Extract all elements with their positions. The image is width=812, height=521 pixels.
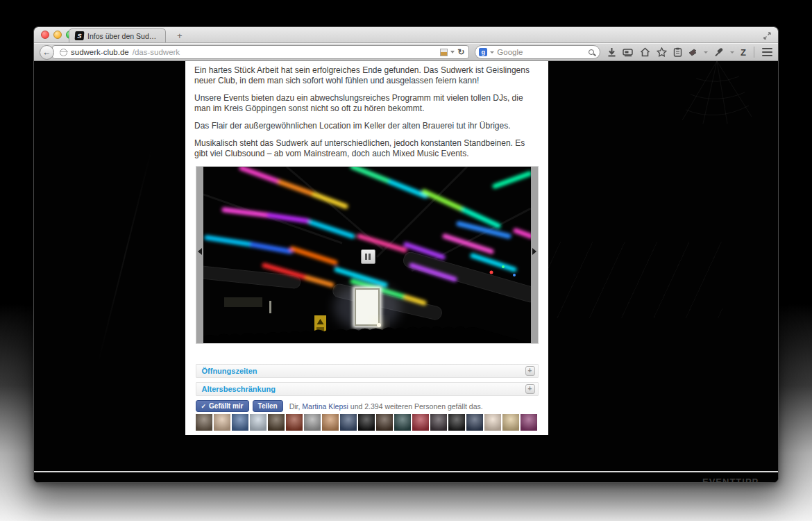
friend-avatar[interactable] <box>232 414 248 431</box>
scratch-texture <box>97 148 152 364</box>
browser-tab[interactable]: S Infos über den Sudwerk Cl... <box>69 28 166 42</box>
clipboard-icon[interactable] <box>673 47 682 57</box>
search-input[interactable]: g Google <box>475 45 600 59</box>
eyedropper-dropdown-icon[interactable] <box>730 51 734 53</box>
facepile <box>196 414 539 431</box>
paragraph: Ein hartes Stück Arbeit hat sein erfolgr… <box>194 65 539 86</box>
friend-avatar[interactable] <box>340 414 357 431</box>
addon-icon[interactable] <box>688 48 697 56</box>
carousel-next-icon[interactable] <box>532 248 536 255</box>
search-engine-dropdown-icon[interactable] <box>490 51 494 53</box>
titlebar: S Infos über den Sudwerk Cl... + <box>34 27 778 43</box>
friend-avatar[interactable] <box>521 414 537 431</box>
fullscreen-icon[interactable] <box>763 31 772 40</box>
reload-button[interactable]: ↻ <box>457 47 464 57</box>
friend-avatar[interactable] <box>394 414 411 431</box>
friend-avatar[interactable] <box>196 414 212 431</box>
search-icon[interactable] <box>589 49 594 55</box>
friend-avatar[interactable] <box>286 414 303 431</box>
accordion-opening-hours[interactable]: Öffnungszeiten + <box>196 364 539 378</box>
video-download-icon[interactable] <box>623 48 634 57</box>
liker-name-link[interactable]: Martina Klepsi <box>302 402 348 411</box>
paragraph: Unsere Events bieten dazu ein abwechslun… <box>194 93 539 114</box>
paragraph: Musikalisch steht das Sudwerk auf unters… <box>194 138 539 159</box>
downloads-icon[interactable] <box>607 47 616 57</box>
facebook-like-status: Dir, Martina Klepsi und 2.394 weiteren P… <box>289 402 483 411</box>
site-favicon-icon: S <box>75 31 85 40</box>
page-viewport: Ein hartes Stück Arbeit hat sein erfolgr… <box>34 61 778 482</box>
footer-divider <box>34 471 778 472</box>
navigation-toolbar: ← sudwerk-club.de /das-sudwerk ↻ g Googl… <box>34 43 778 61</box>
friend-avatar[interactable] <box>304 414 321 431</box>
friend-avatar[interactable] <box>214 414 230 431</box>
zotero-icon[interactable]: Z <box>741 47 746 58</box>
content-column: Ein hartes Stück Arbeit hat sein erfolgr… <box>185 61 548 435</box>
back-button[interactable]: ← <box>40 45 54 60</box>
accordion-label: Altersbeschränkung <box>202 385 276 393</box>
friend-avatar[interactable] <box>268 414 285 431</box>
accordion: Öffnungszeiten + Altersbeschränkung + <box>196 364 539 396</box>
minimize-window-button[interactable] <box>53 31 62 39</box>
friend-avatar[interactable] <box>430 414 447 431</box>
eyedropper-icon[interactable] <box>714 48 724 57</box>
friend-avatar[interactable] <box>448 414 465 431</box>
accordion-age-restriction[interactable]: Altersbeschränkung + <box>196 382 539 396</box>
globe-icon <box>60 49 67 56</box>
page-action-icon[interactable] <box>440 49 448 56</box>
home-icon[interactable] <box>640 47 650 57</box>
carousel-prev-icon[interactable] <box>198 248 202 255</box>
bookmark-star-icon[interactable] <box>657 47 667 57</box>
google-icon: g <box>479 48 487 56</box>
friend-avatar[interactable] <box>412 414 429 431</box>
new-tab-button[interactable]: + <box>173 31 187 41</box>
photo-carousel <box>196 166 539 344</box>
facebook-share-button[interactable]: Teilen <box>253 400 283 412</box>
url-bar[interactable]: sudwerk-club.de /das-sudwerk ↻ <box>52 45 469 59</box>
search-placeholder: Google <box>497 48 523 56</box>
addon-dropdown-icon[interactable] <box>704 51 708 53</box>
facebook-widget: ✓ Gefällt mir Teilen Dir, Martina Klepsi… <box>196 400 539 412</box>
expand-plus-icon[interactable]: + <box>525 384 535 394</box>
friend-avatar[interactable] <box>322 414 339 431</box>
friend-avatar[interactable] <box>250 414 267 431</box>
toolbar-divider <box>754 47 754 58</box>
browser-window: S Infos über den Sudwerk Cl... + ← sudwe… <box>33 26 779 483</box>
friend-avatar[interactable] <box>358 414 375 431</box>
footer-text: EVENTTIPP <box>702 477 759 482</box>
slideshow-pause-button[interactable] <box>361 249 375 264</box>
url-dropdown-icon[interactable] <box>450 51 455 53</box>
cobweb-texture <box>675 61 759 124</box>
friend-avatar[interactable] <box>502 414 519 431</box>
close-window-button[interactable] <box>41 31 49 39</box>
check-icon: ✓ <box>201 403 207 410</box>
menu-icon[interactable] <box>762 47 772 58</box>
facebook-like-button[interactable]: ✓ Gefällt mir <box>196 400 249 412</box>
friend-avatar[interactable] <box>466 414 483 431</box>
url-path: /das-sudwerk <box>133 48 180 56</box>
paragraph: Das Flair der außergewöhnlichen Location… <box>194 121 539 131</box>
friend-avatar[interactable] <box>376 414 393 431</box>
expand-plus-icon[interactable]: + <box>525 366 535 376</box>
friend-avatar[interactable] <box>484 414 501 431</box>
tab-title: Infos über den Sudwerk Cl... <box>87 32 160 40</box>
accordion-label: Öffnungszeiten <box>202 367 257 375</box>
url-host: sudwerk-club.de <box>71 48 129 56</box>
